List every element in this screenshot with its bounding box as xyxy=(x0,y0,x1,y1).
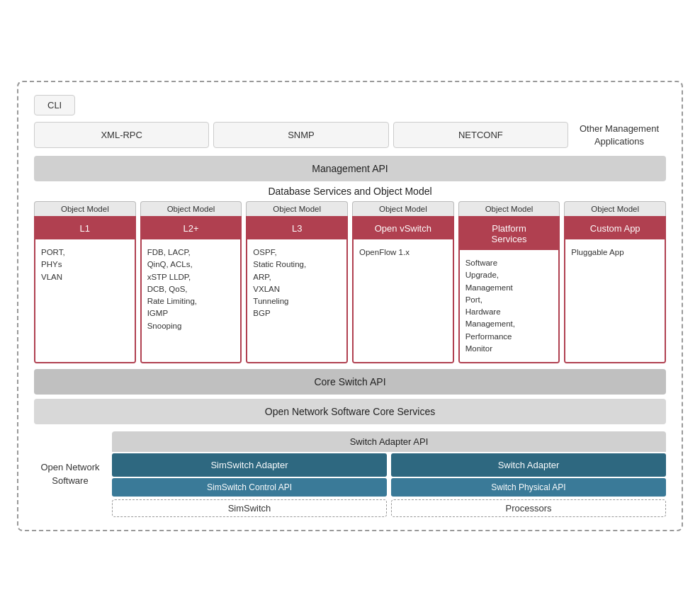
netconf-box: NETCONF xyxy=(393,122,568,148)
obj-card-l2: L2+ FDB, LACP,QinQ, ACLs,xSTP LLDP,DCB, … xyxy=(140,216,242,363)
protocol-row: XML-RPC SNMP NETCONF Other ManagementApp… xyxy=(34,120,666,150)
bottom-section: Open NetworkSoftware Switch Adapter API … xyxy=(34,431,666,517)
obj-card-custom: Custom App Pluggable App xyxy=(564,216,666,363)
adapter-row: SimSwitch Adapter Switch Adapter xyxy=(112,453,666,477)
obj-card-body-l3: OSPF,Static Routing,ARP,VXLANTunnelingBG… xyxy=(247,239,346,362)
obj-card-ovs: Open vSwitch OpenFlow 1.x xyxy=(352,216,454,363)
cli-row: CLI xyxy=(34,95,666,115)
obj-model-label-l2: Object Model xyxy=(140,201,242,216)
simswitch-adapter-box: SimSwitch Adapter xyxy=(112,453,387,477)
obj-column-platform: Object Model PlatformServices SoftwareUp… xyxy=(458,201,560,363)
api-row: SimSwitch Control API Switch Physical AP… xyxy=(112,478,666,497)
cli-box: CLI xyxy=(34,95,75,115)
obj-model-label-custom: Object Model xyxy=(564,201,666,216)
obj-card-body-custom: Pluggable App xyxy=(565,239,665,362)
obj-card-header-l1: L1 xyxy=(35,217,135,239)
obj-column-l2: Object Model L2+ FDB, LACP,QinQ, ACLs,xS… xyxy=(140,201,242,363)
architecture-diagram: CLI XML-RPC SNMP NETCONF Other Managemen… xyxy=(17,81,683,531)
switch-adapter-api-bar: Switch Adapter API xyxy=(112,431,666,452)
mgmt-api-bar: Management API xyxy=(34,156,666,181)
snmp-box: SNMP xyxy=(213,122,388,148)
obj-model-label-l3: Object Model xyxy=(246,201,348,216)
switch-physical-api-box: Switch Physical API xyxy=(391,478,666,497)
obj-column-ovs: Object Model Open vSwitch OpenFlow 1.x xyxy=(352,201,454,363)
obj-card-header-l3: L3 xyxy=(247,217,346,239)
obj-card-body-platform: SoftwareUpgrade,ManagementPort,HardwareM… xyxy=(460,250,559,362)
obj-model-label-platform: Object Model xyxy=(458,201,560,216)
obj-card-l1: L1 PORT,PHYsVLAN xyxy=(34,216,136,363)
obj-card-body-l1: PORT,PHYsVLAN xyxy=(35,239,135,362)
top-section: CLI XML-RPC SNMP NETCONF Other Managemen… xyxy=(34,95,666,150)
obj-column-l1: Object Model L1 PORT,PHYsVLAN xyxy=(34,201,136,363)
object-model-section: Object Model L1 PORT,PHYsVLAN Object Mod… xyxy=(34,201,666,363)
obj-card-header-ovs: Open vSwitch xyxy=(354,217,453,239)
obj-card-body-ovs: OpenFlow 1.x xyxy=(354,239,453,362)
obj-card-l3: L3 OSPF,Static Routing,ARP,VXLANTunnelin… xyxy=(246,216,348,363)
obj-card-header-custom: Custom App xyxy=(565,217,665,239)
switch-adapter-box: Switch Adapter xyxy=(391,453,666,477)
obj-card-platform: PlatformServices SoftwareUpgrade,Managem… xyxy=(458,216,560,363)
obj-model-label-l1: Object Model xyxy=(34,201,136,216)
obj-model-label-ovs: Object Model xyxy=(352,201,454,216)
obj-card-body-l2: FDB, LACP,QinQ, ACLs,xSTP LLDP,DCB, QoS,… xyxy=(142,239,241,362)
adapters-section: Switch Adapter API SimSwitch Adapter Swi… xyxy=(112,431,666,517)
ons-core-bar: Open Network Software Core Services xyxy=(34,399,666,424)
obj-card-header-platform: PlatformServices xyxy=(460,217,559,250)
obj-column-l3: Object Model L3 OSPF,Static Routing,ARP,… xyxy=(246,201,348,363)
obj-column-custom: Object Model Custom App Pluggable App xyxy=(564,201,666,363)
ons-label-box: Open NetworkSoftware xyxy=(34,431,112,517)
simswitch-label: SimSwitch xyxy=(112,499,387,517)
processors-label: Processors xyxy=(391,499,666,517)
simswitch-control-api-box: SimSwitch Control API xyxy=(112,478,387,497)
other-mgmt-box: Other ManagementApplications xyxy=(572,120,666,150)
bottom-labels-row: SimSwitch Processors xyxy=(112,499,666,517)
obj-card-header-l2: L2+ xyxy=(142,217,241,239)
core-switch-api-bar: Core Switch API xyxy=(34,369,666,395)
xml-rpc-box: XML-RPC xyxy=(34,122,209,148)
db-services-label: Database Services and Object Model xyxy=(34,186,666,197)
